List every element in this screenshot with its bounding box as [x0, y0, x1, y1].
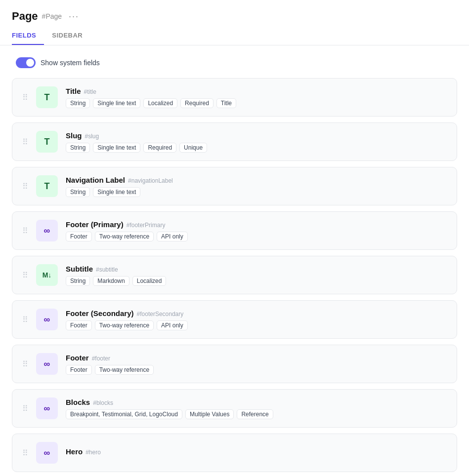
- field-name-row: Navigation Label #navigationLabel: [66, 176, 447, 184]
- field-api-id: #footer: [92, 355, 110, 362]
- drag-handle[interactable]: ⠿: [22, 404, 28, 413]
- field-info-footer: Footer #footer FooterTwo-way reference: [66, 354, 447, 375]
- field-name-row: Slug #slug: [66, 131, 447, 140]
- field-tags: StringSingle line textLocalizedRequiredT…: [66, 98, 447, 108]
- field-tag: API only: [157, 232, 188, 241]
- field-api-id: #hero: [85, 449, 101, 456]
- drag-handle[interactable]: ⠿: [22, 182, 28, 191]
- tab-bar: FIELDS SIDEBAR: [0, 27, 469, 45]
- system-fields-toggle[interactable]: [16, 57, 36, 68]
- field-name-row: Footer #footer: [66, 354, 447, 362]
- field-name-row: Hero #hero: [66, 447, 447, 456]
- tab-fields[interactable]: FIELDS: [12, 27, 44, 45]
- field-tag: Two-way reference: [95, 232, 154, 241]
- drag-handle[interactable]: ⠿: [22, 226, 28, 236]
- field-info-title: Title #title StringSingle line textLocal…: [66, 87, 447, 108]
- field-tag: String: [66, 276, 90, 286]
- field-name: Navigation Label: [66, 176, 125, 184]
- field-tags: StringSingle line textRequiredUnique: [66, 143, 447, 153]
- field-icon-slug: T: [36, 131, 58, 153]
- toggle-label: Show system fields: [41, 59, 100, 67]
- main-content: Show system fields ⠿ T Title #title Stri…: [0, 45, 469, 476]
- field-tag: Breakpoint, Testimonial, Grid, LogoCloud: [66, 409, 182, 419]
- field-tag: Required: [180, 98, 213, 108]
- field-api-id: #slug: [85, 133, 99, 140]
- field-tag: Localized: [143, 98, 177, 108]
- field-tag: Two-way reference: [95, 365, 154, 375]
- field-name: Footer: [66, 354, 89, 362]
- field-tag: Footer: [66, 232, 92, 241]
- field-card-footerPrimary[interactable]: ⠿ ∞ Footer (Primary) #footerPrimary Foot…: [12, 211, 457, 250]
- field-icon-footerSecondary: ∞: [36, 309, 58, 330]
- field-api-id: #navigationLabel: [128, 177, 173, 184]
- drag-handle[interactable]: ⠿: [22, 137, 28, 147]
- drag-handle[interactable]: ⠿: [22, 448, 28, 458]
- field-card-footer[interactable]: ⠿ ∞ Footer #footer FooterTwo-way referen…: [12, 345, 457, 383]
- field-card-title[interactable]: ⠿ T Title #title StringSingle line textL…: [12, 78, 457, 117]
- field-icon-blocks: ∞: [36, 397, 58, 419]
- field-tag: String: [66, 187, 90, 197]
- page-hash: #Page: [42, 12, 62, 20]
- field-card-slug[interactable]: ⠿ T Slug #slug StringSingle line textReq…: [12, 122, 457, 161]
- field-name: Hero: [66, 447, 83, 456]
- field-tag: Title: [216, 98, 236, 108]
- field-tag: Two-way reference: [95, 320, 154, 330]
- field-info-slug: Slug #slug StringSingle line textRequire…: [66, 131, 447, 153]
- tab-sidebar[interactable]: SIDEBAR: [52, 27, 90, 45]
- field-api-id: #footerSecondary: [137, 311, 184, 317]
- field-name-row: Footer (Secondary) #footerSecondary: [66, 309, 447, 317]
- field-tags: Breakpoint, Testimonial, Grid, LogoCloud…: [66, 409, 447, 419]
- field-card-blocks[interactable]: ⠿ ∞ Blocks #blocks Breakpoint, Testimoni…: [12, 389, 457, 428]
- field-name: Footer (Primary): [66, 220, 124, 229]
- field-info-footerPrimary: Footer (Primary) #footerPrimary FooterTw…: [66, 220, 447, 241]
- field-tag: Footer: [66, 365, 92, 375]
- drag-handle[interactable]: ⠿: [22, 315, 28, 324]
- page-title: Page: [12, 10, 38, 23]
- field-tag: Footer: [66, 320, 92, 330]
- field-api-id: #subtitle: [96, 266, 118, 273]
- field-tag: API only: [157, 320, 188, 330]
- more-button[interactable]: ···: [66, 10, 82, 23]
- field-tags: FooterTwo-way referenceAPI only: [66, 320, 447, 330]
- field-tag: String: [66, 98, 90, 108]
- field-info-subtitle: Subtitle #subtitle StringMarkdownLocaliz…: [66, 265, 447, 286]
- field-tags: FooterTwo-way referenceAPI only: [66, 232, 447, 241]
- field-tags: StringMarkdownLocalized: [66, 276, 447, 286]
- field-card-navigationLabel[interactable]: ⠿ T Navigation Label #navigationLabel St…: [12, 167, 457, 205]
- field-tag: Markdown: [93, 276, 129, 286]
- field-tag: Required: [143, 143, 176, 153]
- field-card-footerSecondary[interactable]: ⠿ ∞ Footer (Secondary) #footerSecondary …: [12, 300, 457, 339]
- field-info-blocks: Blocks #blocks Breakpoint, Testimonial, …: [66, 398, 447, 419]
- field-icon-navigationLabel: T: [36, 175, 58, 197]
- field-name-row: Subtitle #subtitle: [66, 265, 447, 273]
- system-fields-toggle-row: Show system fields: [16, 57, 457, 68]
- field-tags: StringSingle line text: [66, 187, 447, 197]
- field-tag: String: [66, 143, 90, 153]
- field-info-hero: Hero #hero: [66, 447, 447, 459]
- field-name: Title: [66, 87, 81, 95]
- fields-list: ⠿ T Title #title StringSingle line textL…: [12, 78, 457, 472]
- field-tag: Single line text: [93, 143, 140, 153]
- field-name: Footer (Secondary): [66, 309, 134, 317]
- field-tag: Localized: [132, 276, 167, 286]
- field-tag: Single line text: [93, 187, 140, 197]
- field-info-footerSecondary: Footer (Secondary) #footerSecondary Foot…: [66, 309, 447, 330]
- field-card-hero[interactable]: ⠿ ∞ Hero #hero: [12, 434, 457, 472]
- field-icon-title: T: [36, 86, 58, 108]
- field-name: Subtitle: [66, 265, 93, 273]
- field-tags: FooterTwo-way reference: [66, 365, 447, 375]
- field-card-subtitle[interactable]: ⠿ M↓ Subtitle #subtitle StringMarkdownLo…: [12, 256, 457, 294]
- drag-handle[interactable]: ⠿: [22, 359, 28, 369]
- field-tag: Multiple Values: [185, 409, 234, 419]
- field-name-row: Title #title: [66, 87, 447, 95]
- field-api-id: #footerPrimary: [127, 222, 166, 229]
- field-name: Blocks: [66, 398, 90, 406]
- drag-handle[interactable]: ⠿: [22, 271, 28, 280]
- drag-handle[interactable]: ⠿: [22, 93, 28, 102]
- field-tag: Reference: [237, 409, 273, 419]
- field-icon-hero: ∞: [36, 442, 58, 464]
- field-icon-subtitle: M↓: [36, 264, 58, 286]
- field-tag: Single line text: [93, 98, 140, 108]
- field-api-id: #title: [84, 88, 96, 95]
- field-name: Slug: [66, 131, 82, 140]
